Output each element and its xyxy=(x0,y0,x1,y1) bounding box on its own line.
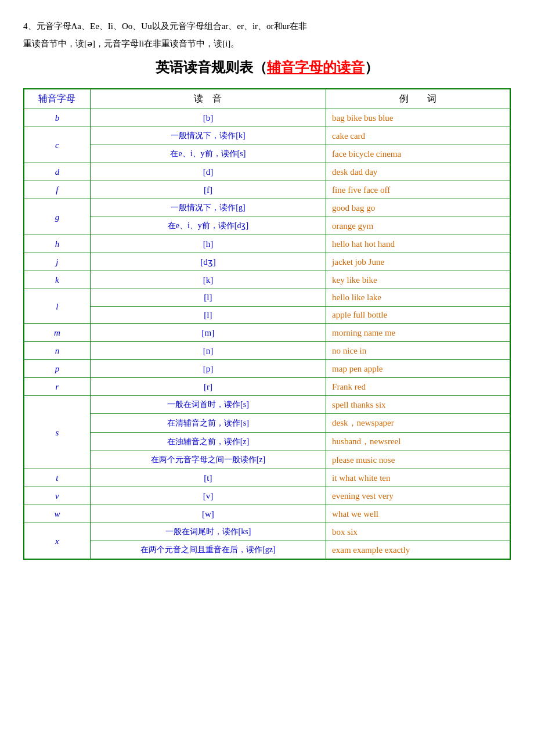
table-row: n[n]no nice in xyxy=(24,342,510,360)
example-cell: map pen apple xyxy=(326,360,510,378)
table-row: r[r]Frank red xyxy=(24,378,510,396)
example-cell: orange gym xyxy=(326,217,510,235)
sound-cell: 一般情况下，读作[k] xyxy=(90,127,326,145)
letter-cell: m xyxy=(24,324,90,342)
table-row: l[l]hello like lake xyxy=(24,289,510,307)
table-row: w[w]what we well xyxy=(24,505,510,523)
letter-cell: n xyxy=(24,342,90,360)
sound-cell: 在浊辅音之前，读作[z] xyxy=(90,433,326,451)
example-cell: evening vest very xyxy=(326,487,510,505)
sound-cell: [n] xyxy=(90,342,326,360)
table-row: t[t]it what white ten xyxy=(24,469,510,487)
example-cell: apple full bottle xyxy=(326,307,510,324)
example-cell: desk，newspaper xyxy=(326,414,510,433)
sound-cell: [d] xyxy=(90,163,326,181)
example-cell: husband，newsreel xyxy=(326,433,510,451)
sound-cell: 在清辅音之前，读作[s] xyxy=(90,414,326,433)
example-cell: hello hat hot hand xyxy=(326,235,510,253)
letter-cell: p xyxy=(24,360,90,378)
example-cell: no nice in xyxy=(326,342,510,360)
page-title: 英语读音规则表（辅音字母的读音） xyxy=(23,58,511,77)
example-cell: please music nose xyxy=(326,451,510,469)
sound-cell: 在两个元音字母之间一般读作[z] xyxy=(90,451,326,469)
example-cell: it what white ten xyxy=(326,469,510,487)
letter-cell: s xyxy=(24,396,90,469)
sound-cell: [l] xyxy=(90,289,326,307)
letter-cell: j xyxy=(24,253,90,271)
table-row: d[d]desk dad day xyxy=(24,163,510,181)
table-row: 在浊辅音之前，读作[z]husband，newsreel xyxy=(24,433,510,451)
table-row: v[v]evening vest very xyxy=(24,487,510,505)
table-row: c一般情况下，读作[k]cake card xyxy=(24,127,510,145)
sound-cell: [v] xyxy=(90,487,326,505)
table-row: b[b]bag bike bus blue xyxy=(24,109,510,127)
table-row: m[m]morning name me xyxy=(24,324,510,342)
letter-cell: w xyxy=(24,505,90,523)
table-row: j[dʒ]jacket job June xyxy=(24,253,510,271)
example-cell: desk dad day xyxy=(326,163,510,181)
letter-cell: b xyxy=(24,109,90,127)
sound-cell: [w] xyxy=(90,505,326,523)
table-row: h[h]hello hat hot hand xyxy=(24,235,510,253)
example-cell: box six xyxy=(326,523,510,541)
sound-cell: [b] xyxy=(90,109,326,127)
letter-cell: k xyxy=(24,271,90,289)
table-row: 在清辅音之前，读作[s]desk，newspaper xyxy=(24,414,510,433)
letter-cell: x xyxy=(24,523,90,560)
table-row: g一般情况下，读作[g]good bag go xyxy=(24,199,510,217)
example-cell: morning name me xyxy=(326,324,510,342)
letter-cell: c xyxy=(24,127,90,163)
table-row: 在两个元音之间且重音在后，读作[gz]exam example exactly xyxy=(24,541,510,560)
table-row: [l]apple full bottle xyxy=(24,307,510,324)
sound-cell: [h] xyxy=(90,235,326,253)
table-row: k[k]key like bike xyxy=(24,271,510,289)
intro-paragraph: 4、元音字母Aa、Ee、Ii、Oo、Uu以及元音字母组合ar、er、ir、or和… xyxy=(23,17,511,52)
sound-cell: [k] xyxy=(90,271,326,289)
example-cell: jacket job June xyxy=(326,253,510,271)
header-sound: 读 音 xyxy=(90,89,326,109)
example-cell: what we well xyxy=(326,505,510,523)
header-letter: 辅音字母 xyxy=(24,89,90,109)
header-example: 例 词 xyxy=(326,89,510,109)
sound-cell: 一般在词尾时，读作[ks] xyxy=(90,523,326,541)
sound-cell: [t] xyxy=(90,469,326,487)
sound-cell: 一般在词首时，读作[s] xyxy=(90,396,326,414)
sound-cell: [r] xyxy=(90,378,326,396)
letter-cell: l xyxy=(24,289,90,324)
sound-cell: [p] xyxy=(90,360,326,378)
letter-cell: v xyxy=(24,487,90,505)
example-cell: hello like lake xyxy=(326,289,510,307)
sound-cell: [f] xyxy=(90,181,326,199)
schwa-note: [i]。 xyxy=(222,39,239,48)
table-row: p[p]map pen apple xyxy=(24,360,510,378)
intro-line1: 4、元音字母Aa、Ee、Ii、Oo、Uu以及元音字母组合ar、er、ir、or和… xyxy=(23,21,307,31)
example-cell: good bag go xyxy=(326,199,510,217)
sound-cell: 一般情况下，读作[g] xyxy=(90,199,326,217)
example-cell: bag bike bus blue xyxy=(326,109,510,127)
sound-cell: [m] xyxy=(90,324,326,342)
letter-cell: h xyxy=(24,235,90,253)
letter-cell: d xyxy=(24,163,90,181)
sound-cell: 在e、i、y前，读作[dʒ] xyxy=(90,217,326,235)
example-cell: face bicycle cinema xyxy=(326,145,510,163)
table-row: 在e、i、y前，读作[s]face bicycle cinema xyxy=(24,145,510,163)
pronunciation-table: 辅音字母 读 音 例 词 b[b]bag bike bus bluec一般情况下… xyxy=(23,88,511,560)
table-row: x一般在词尾时，读作[ks]box six xyxy=(24,523,510,541)
sound-cell: [l] xyxy=(90,307,326,324)
sound-cell: 在两个元音之间且重音在后，读作[gz] xyxy=(90,541,326,560)
letter-cell: t xyxy=(24,469,90,487)
letter-cell: f xyxy=(24,181,90,199)
sound-cell: 在e、i、y前，读作[s] xyxy=(90,145,326,163)
table-row: 在e、i、y前，读作[dʒ]orange gym xyxy=(24,217,510,235)
example-cell: fine five face off xyxy=(326,181,510,199)
letter-cell: r xyxy=(24,378,90,396)
intro-line2: 重读音节中，读[ə]，元音字母Ii在非重读音节中，读 xyxy=(23,39,222,48)
table-row: 在两个元音字母之间一般读作[z]please music nose xyxy=(24,451,510,469)
example-cell: exam example exactly xyxy=(326,541,510,560)
table-row: s一般在词首时，读作[s]spell thanks six xyxy=(24,396,510,414)
table-row: f[f]fine five face off xyxy=(24,181,510,199)
letter-cell: g xyxy=(24,199,90,235)
sound-cell: [dʒ] xyxy=(90,253,326,271)
example-cell: cake card xyxy=(326,127,510,145)
example-cell: key like bike xyxy=(326,271,510,289)
